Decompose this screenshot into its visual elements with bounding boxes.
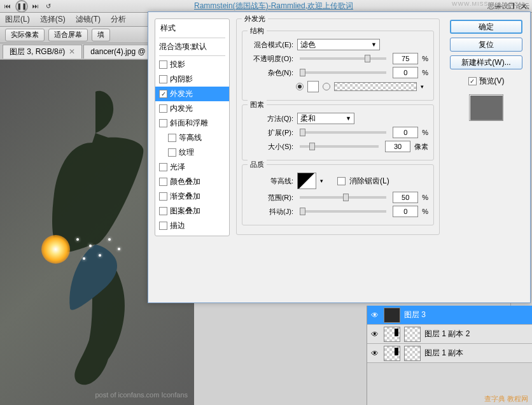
- style-color-overlay[interactable]: 颜色叠加: [155, 174, 229, 189]
- outer-glow-title: 外发光: [242, 14, 268, 24]
- spread-slider[interactable]: [300, 131, 386, 134]
- layer-style-dialog: 样式 混合选项:默认 投影 内阴影 外发光 内发光 斜面和浮雕 等高线 纹理 光…: [148, 11, 531, 303]
- jitter-input[interactable]: [393, 206, 418, 217]
- anti-alias-label: 消除锯齿(L): [349, 176, 389, 187]
- fill-button[interactable]: 填: [92, 29, 110, 41]
- blend-mode-combo[interactable]: 滤色▼: [297, 39, 380, 50]
- structure-title: 结构: [248, 26, 267, 36]
- checkbox-icon[interactable]: [159, 222, 167, 230]
- gradient-radio[interactable]: [323, 83, 330, 90]
- visibility-icon[interactable]: 👁: [370, 348, 380, 359]
- tab-close-icon[interactable]: ✕: [69, 47, 75, 56]
- style-satin[interactable]: 光泽: [155, 160, 229, 174]
- checkbox-icon[interactable]: [159, 163, 167, 171]
- technique-combo[interactable]: 柔和▼: [297, 113, 354, 124]
- opacity-slider[interactable]: [300, 57, 386, 60]
- style-stroke[interactable]: 描边: [155, 218, 229, 233]
- layer-row[interactable]: 👁 图层 1 副本: [367, 344, 532, 363]
- visibility-icon[interactable]: 👁: [370, 310, 380, 320]
- range-slider[interactable]: [300, 196, 386, 199]
- opacity-label: 不透明度(O):: [248, 54, 293, 64]
- layer-row[interactable]: 👁 图层 1 副本 2: [367, 325, 532, 344]
- style-outer-glow[interactable]: 外发光: [155, 87, 229, 101]
- window-title: Rammstein(德国战车)-Rammlied,欢迎上传歌词: [56, 1, 491, 11]
- checkbox-icon[interactable]: [168, 148, 176, 157]
- watermark: post of iconfans.com Iconfans: [95, 391, 188, 399]
- noise-label: 杂色(N):: [248, 68, 293, 78]
- quality-title: 品质: [248, 160, 267, 169]
- checkbox-icon[interactable]: [159, 90, 167, 98]
- replay-icon[interactable]: ↺: [43, 1, 53, 11]
- actual-pixels-button[interactable]: 实际像素: [5, 29, 45, 41]
- chevron-down-icon: ▼: [346, 115, 351, 122]
- style-inner-shadow[interactable]: 内阴影: [155, 72, 229, 87]
- checkbox-icon[interactable]: [159, 75, 167, 83]
- contour-label: 等高线:: [248, 176, 293, 186]
- document-tab-a[interactable]: 图层 3, RGB/8#)✕: [3, 45, 82, 59]
- style-texture[interactable]: 纹理: [155, 145, 229, 160]
- sparkle: [108, 238, 111, 241]
- mask-thumb[interactable]: [404, 346, 421, 361]
- sparkle: [89, 245, 92, 247]
- visibility-icon[interactable]: 👁: [370, 329, 380, 339]
- preview-checkbox[interactable]: [468, 77, 477, 85]
- pause-icon[interactable]: ❚❚: [15, 0, 28, 13]
- new-style-button[interactable]: 新建样式(W)...: [450, 55, 522, 69]
- anti-alias-checkbox[interactable]: [337, 177, 346, 185]
- jitter-slider[interactable]: [300, 210, 386, 213]
- prev-icon[interactable]: ⏮: [3, 1, 13, 11]
- menu-select[interactable]: 选择(S): [40, 14, 66, 25]
- glow-orb: [41, 235, 70, 264]
- style-inner-glow[interactable]: 内发光: [155, 101, 229, 116]
- menu-layer[interactable]: 图层(L): [5, 14, 30, 25]
- glow-gradient-picker[interactable]: [334, 82, 417, 91]
- checkbox-icon[interactable]: [168, 134, 176, 142]
- range-label: 范围(R):: [248, 193, 293, 202]
- url-label: WWW.MISSYUAN.COM: [452, 1, 524, 7]
- sparkle: [76, 238, 79, 241]
- tab-label: 图层 3, RGB/8#): [10, 46, 65, 57]
- layer-thumb[interactable]: [384, 327, 400, 342]
- fit-screen-button[interactable]: 适合屏幕: [48, 29, 88, 41]
- style-drop-shadow[interactable]: 投影: [155, 57, 229, 72]
- menu-analysis[interactable]: 分析: [111, 14, 126, 25]
- layer-name: 图层 1 副本 2: [424, 329, 470, 339]
- spread-input[interactable]: [393, 127, 418, 138]
- checkbox-icon[interactable]: [159, 192, 167, 201]
- color-radio[interactable]: [296, 83, 304, 90]
- noise-slider[interactable]: [300, 71, 386, 74]
- chevron-down-icon[interactable]: ▾: [320, 178, 323, 184]
- elements-title: 图素: [248, 100, 267, 110]
- style-contour[interactable]: 等高线: [155, 131, 229, 145]
- noise-input[interactable]: [393, 67, 418, 78]
- style-pattern-overlay[interactable]: 图案叠加: [155, 204, 229, 218]
- style-blend-options[interactable]: 混合选项:默认: [155, 39, 229, 54]
- ok-button[interactable]: 确定: [450, 20, 522, 34]
- footer-watermark: 查字典 教程网: [484, 394, 528, 404]
- blend-mode-label: 混合模式(E):: [248, 40, 293, 50]
- layer-thumb[interactable]: [384, 346, 400, 361]
- contour-picker[interactable]: [297, 173, 316, 189]
- checkbox-icon[interactable]: [159, 104, 167, 113]
- sparkle: [83, 257, 85, 260]
- glow-color-swatch[interactable]: [307, 81, 319, 92]
- size-slider[interactable]: [300, 145, 379, 148]
- layer-row[interactable]: 👁 图层 3: [367, 306, 532, 325]
- style-gradient-overlay[interactable]: 渐变叠加: [155, 189, 229, 204]
- menu-filter[interactable]: 滤镜(T): [76, 14, 101, 25]
- mask-thumb[interactable]: [404, 327, 421, 342]
- preview-swatch: [469, 94, 503, 121]
- chevron-down-icon[interactable]: ▾: [421, 83, 424, 90]
- layer-thumb[interactable]: [384, 308, 400, 323]
- opacity-input[interactable]: [393, 53, 418, 64]
- checkbox-icon[interactable]: [159, 119, 167, 127]
- range-input[interactable]: [393, 192, 418, 203]
- layers-panel: 👁 图层 3 👁 图层 1 副本 2 👁 图层 1 副本 查字典 教程网: [367, 306, 532, 405]
- checkbox-icon[interactable]: [159, 207, 167, 215]
- checkbox-icon[interactable]: [159, 178, 167, 186]
- style-bevel[interactable]: 斜面和浮雕: [155, 116, 229, 131]
- checkbox-icon[interactable]: [159, 60, 167, 69]
- reset-button[interactable]: 复位: [450, 38, 522, 52]
- next-icon[interactable]: ⏭: [31, 1, 41, 11]
- size-input[interactable]: [385, 141, 410, 152]
